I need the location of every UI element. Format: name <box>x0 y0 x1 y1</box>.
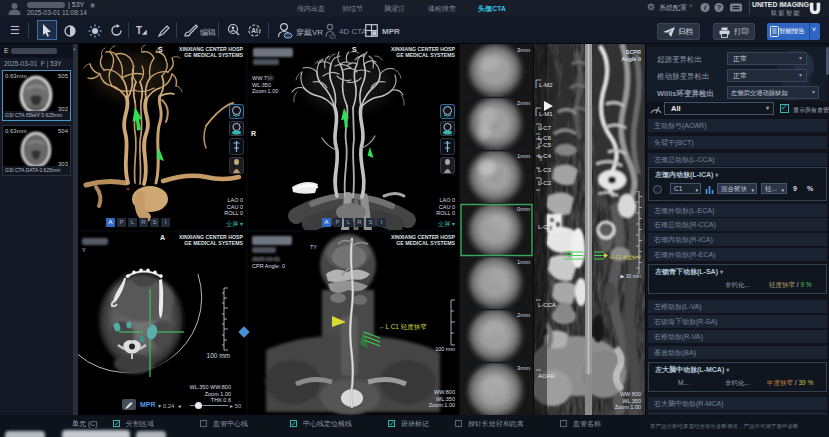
svg-text:0.63mm: 0.63mm <box>5 128 27 134</box>
svg-text:L-C5: L-C5 <box>538 142 552 148</box>
svg-text:L-M1: L-M1 <box>539 111 553 117</box>
svg-text:L-C6: L-C6 <box>538 135 552 141</box>
svg-text:?: ? <box>717 3 722 12</box>
svg-text:3mm: 3mm <box>517 47 530 53</box>
svg-text:L-CCA: L-CCA <box>538 302 556 308</box>
svg-text:L-C7: L-C7 <box>538 125 552 131</box>
svg-text:L-C3: L-C3 <box>538 167 552 173</box>
svg-text:0.63mm: 0.63mm <box>5 73 27 79</box>
svg-text:L-C4: L-C4 <box>538 153 552 159</box>
svg-text:505: 505 <box>58 73 69 79</box>
svg-text:3mm: 3mm <box>517 365 530 371</box>
svg-text:2mm: 2mm <box>517 100 530 106</box>
svg-text:AOAR: AOAR <box>538 373 556 379</box>
svg-text:L-C1: L-C1 <box>538 224 552 230</box>
svg-text:0mm: 0mm <box>517 206 530 212</box>
svg-text:1mm: 1mm <box>517 153 530 159</box>
svg-text:AI: AI <box>251 27 258 34</box>
svg-text:L-M2: L-M2 <box>539 82 553 88</box>
svg-text:2mm: 2mm <box>517 312 530 318</box>
svg-text:L-C2: L-C2 <box>538 180 552 186</box>
svg-text:100 mm: 100 mm <box>207 352 230 359</box>
svg-text:504: 504 <box>58 128 69 134</box>
svg-text:1mm: 1mm <box>517 259 530 265</box>
